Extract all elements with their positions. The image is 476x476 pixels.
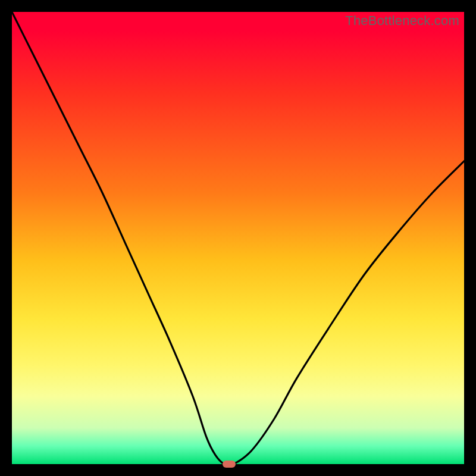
chart-frame: TheBottleneck.com	[0, 0, 476, 476]
bottleneck-curve	[12, 12, 464, 464]
plot-area: TheBottleneck.com	[12, 12, 464, 464]
min-marker	[223, 461, 236, 468]
